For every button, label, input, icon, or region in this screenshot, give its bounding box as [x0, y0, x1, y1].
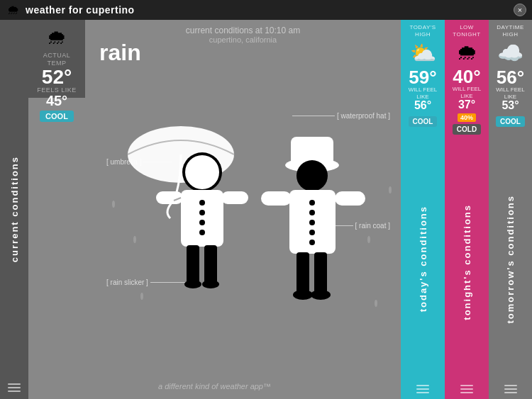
tonight-weather-icon: 🌧 — [448, 40, 486, 64]
tonight-badge-with-percent: 40% — [448, 113, 486, 122]
today-panel[interactable]: TODAY'S HIGH ⛅ 59° WILL FEEL LIKE 56° CO… — [401, 20, 445, 399]
today-menu-line-3 — [416, 392, 429, 393]
titlebar: 🌧 weather for cupertino × — [0, 0, 532, 20]
svg-point-2 — [185, 155, 219, 189]
sidebar-menu-icon[interactable] — [8, 383, 21, 392]
cloud-rain-icon: 🌧 — [7, 3, 20, 18]
current-panel: 🌧 ACTUAL TEMP 52° FEELS LIKE 45° COOL cu… — [28, 20, 401, 399]
tonight-low-temp: 40° — [448, 67, 486, 86]
tomorrow-vertical-area: tomorrow's conditions — [489, 133, 532, 385]
today-vertical-label: today's conditions — [418, 206, 428, 312]
tonight-panel-top: LOW TONIGHT 🌧 40° WILL FEEL LIKE 37° 40%… — [445, 20, 489, 139]
weather-figures — [71, 98, 411, 381]
menu-line-3 — [8, 390, 21, 392]
current-conditions-label: current conditions — [9, 156, 20, 262]
conditions-time: current conditions at 10:10 am — [85, 26, 401, 35]
svg-point-32 — [389, 186, 392, 193]
today-menu-line-2 — [416, 388, 429, 390]
svg-point-4 — [199, 200, 205, 206]
figures-area: [ umbrella ] [ waterproof hat ] [ rain c… — [28, 98, 401, 399]
svg-point-7 — [199, 230, 205, 235]
svg-point-21 — [309, 220, 315, 225]
main-layout: current conditions 🌧 ACTUAL TEMP 52° FEE… — [0, 20, 532, 399]
svg-point-20 — [309, 210, 315, 215]
tonight-vertical-area: tonight's conditions — [445, 139, 489, 385]
tonight-feel-label: WILL FEEL LIKE — [448, 86, 486, 99]
today-menu-line-1 — [416, 385, 429, 386]
today-weather-icon: ⛅ — [404, 40, 442, 65]
today-cool-badge: COOL — [409, 116, 438, 127]
svg-rect-27 — [314, 252, 327, 295]
tonight-vertical-label: tonight's conditions — [462, 204, 472, 320]
svg-point-34 — [140, 293, 143, 300]
svg-point-17 — [297, 160, 328, 191]
app-tagline: a different kind of weather app™ — [158, 382, 271, 390]
svg-point-35 — [375, 300, 377, 307]
tomorrow-menu-line-3 — [504, 392, 517, 393]
svg-rect-9 — [221, 191, 248, 204]
today-menu-lines — [401, 385, 445, 393]
svg-rect-3 — [181, 190, 223, 247]
tonight-menu-line-3 — [460, 392, 473, 393]
svg-point-5 — [199, 210, 205, 215]
svg-rect-12 — [204, 245, 217, 284]
svg-point-28 — [293, 290, 313, 300]
menu-line-2 — [8, 387, 21, 388]
tonight-badge-area: 40% COLD — [448, 113, 486, 135]
left-sidebar: current conditions — [0, 20, 28, 399]
svg-rect-8 — [156, 191, 183, 204]
close-button[interactable]: × — [514, 4, 526, 16]
svg-point-29 — [311, 290, 331, 300]
tomorrow-vertical-label: tomorrow's conditions — [505, 195, 516, 324]
tomorrow-menu-line-1 — [504, 385, 517, 386]
svg-point-19 — [309, 200, 315, 206]
tomorrow-panel[interactable]: DAYTIME HIGH ☁️ 56° WILL FEEL LIKE 53° C… — [489, 20, 532, 399]
tonight-panel[interactable]: LOW TONIGHT 🌧 40° WILL FEEL LIKE 37° 40%… — [445, 20, 489, 399]
svg-point-22 — [309, 230, 315, 235]
tomorrow-panel-top: DAYTIME HIGH ☁️ 56° WILL FEEL LIKE 53° C… — [489, 20, 532, 133]
tomorrow-badge: COOL — [492, 114, 529, 127]
tonight-menu-line-2 — [460, 388, 473, 390]
current-temp-section: 🌧 ACTUAL TEMP 52° FEELS LIKE 45° COOL — [28, 20, 85, 98]
tonight-rain-percent: 40% — [458, 113, 476, 122]
tomorrow-feel-label: WILL FEEL LIKE — [492, 86, 529, 100]
menu-line-1 — [8, 383, 21, 385]
tonight-low-label: LOW TONIGHT — [448, 24, 486, 38]
tomorrow-weather-icon: ☁️ — [492, 40, 529, 65]
svg-rect-24 — [261, 191, 292, 206]
svg-point-31 — [133, 236, 136, 243]
svg-point-30 — [112, 201, 115, 208]
svg-rect-26 — [297, 252, 309, 295]
app-title: weather for cupertino — [26, 4, 135, 16]
svg-point-13 — [184, 280, 201, 288]
today-vertical-area: today's conditions — [401, 133, 445, 385]
current-rain-cloud-icon: 🌧 — [47, 26, 67, 49]
svg-point-33 — [367, 236, 370, 243]
svg-point-6 — [199, 220, 205, 225]
current-header-area: current conditions at 10:10 am cupertino… — [85, 20, 401, 98]
tonight-feel-temp: 37° — [448, 99, 486, 111]
svg-point-14 — [202, 280, 219, 288]
right-panels: TODAY'S HIGH ⛅ 59° WILL FEEL LIKE 56° CO… — [401, 20, 532, 399]
tonight-menu-lines — [445, 385, 489, 393]
current-top: 🌧 ACTUAL TEMP 52° FEELS LIKE 45° COOL cu… — [28, 20, 401, 98]
tomorrow-bottom-icon — [489, 385, 532, 399]
svg-rect-11 — [187, 245, 199, 284]
actual-temp-value: 52° — [42, 67, 72, 87]
actual-temp-label: ACTUAL TEMP — [34, 52, 79, 67]
tonight-menu-line-1 — [460, 385, 473, 386]
tomorrow-menu-line-2 — [504, 388, 517, 390]
tonight-bottom-icon — [445, 385, 489, 399]
today-high-temp: 59° — [404, 68, 442, 86]
svg-rect-25 — [335, 191, 365, 206]
tomorrow-feel-temp: 53° — [492, 100, 529, 111]
tomorrow-menu-lines — [489, 385, 532, 393]
tomorrow-high-temp: 56° — [492, 68, 529, 86]
menu-lines — [8, 383, 21, 392]
today-bottom-icon — [401, 385, 445, 399]
svg-point-23 — [309, 240, 315, 245]
tomorrow-high-label: DAYTIME HIGH — [492, 24, 529, 38]
tomorrow-cool-badge: COOL — [496, 116, 525, 127]
today-high-label: TODAY'S HIGH — [404, 24, 442, 38]
tonight-cold-badge: COLD — [453, 124, 481, 135]
